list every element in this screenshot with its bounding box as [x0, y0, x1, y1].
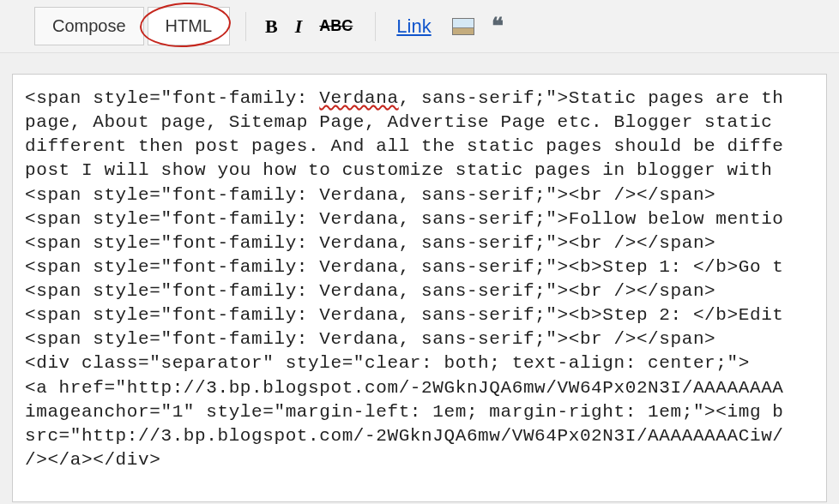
editor-toolbar: Compose HTML B I ABC Link ❝	[0, 0, 839, 53]
html-tab-label: HTML	[166, 16, 212, 35]
blockquote-icon[interactable]: ❝	[486, 13, 509, 39]
toolbar-divider	[375, 12, 376, 41]
compose-tab[interactable]: Compose	[34, 7, 144, 45]
strikethrough-button[interactable]: ABC	[312, 14, 359, 39]
image-icon[interactable]	[452, 18, 474, 35]
html-code-editor[interactable]: <span style="font-family: Verdana, sans-…	[12, 74, 827, 502]
link-button[interactable]: Link	[388, 12, 439, 41]
toolbar-divider	[245, 12, 246, 41]
html-tab[interactable]: HTML	[148, 7, 230, 45]
italic-button[interactable]: I	[288, 12, 310, 41]
bold-button[interactable]: B	[258, 12, 285, 41]
